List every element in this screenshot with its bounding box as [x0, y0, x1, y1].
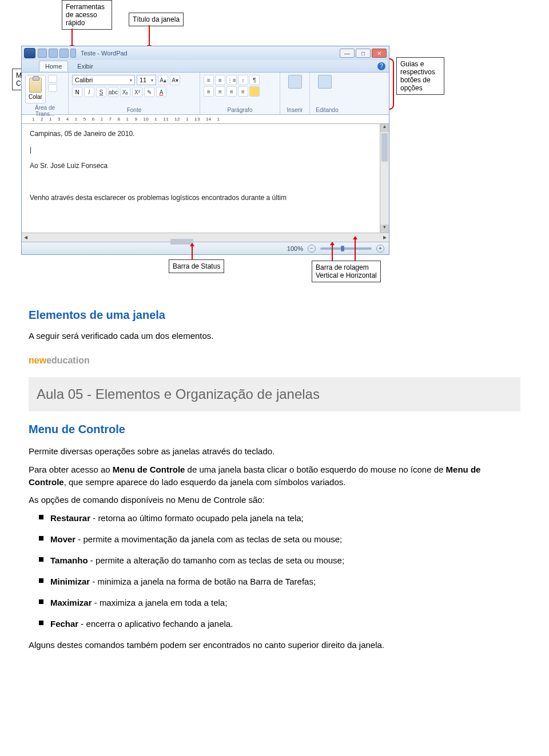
font-name-select[interactable]: Calibri — [72, 75, 135, 85]
undo-icon[interactable] — [49, 49, 58, 58]
paragraph: Permite diversas operações sobre as jane… — [29, 445, 520, 458]
zoom-out-button[interactable]: − — [308, 245, 316, 253]
font-size-select[interactable]: 11 — [137, 75, 156, 85]
group-label: Inserir — [284, 107, 306, 113]
paragraph: Alguns destes comandos também podem ser … — [29, 639, 520, 651]
vertical-scrollbar[interactable]: ▲ ▼ — [380, 124, 389, 233]
copy-icon[interactable] — [48, 84, 57, 92]
ruler: 12134156178191011112113141 — [22, 115, 389, 124]
group-editing: Editando — [310, 73, 344, 114]
scroll-up-icon[interactable]: ▲ — [380, 124, 389, 132]
scroll-thumb[interactable] — [381, 133, 388, 162]
ribbon-tabs: Home Exibir ? — [22, 60, 389, 73]
callout-status-bar: Barra de Status — [169, 259, 224, 273]
list-item: Restaurar - retorna ao último formato oc… — [39, 512, 520, 524]
scroll-right-icon[interactable]: ▶ — [381, 235, 389, 240]
options-list: Restaurar - retorna ao último formato oc… — [39, 512, 520, 630]
document-page[interactable]: Campinas, 05 de Janeiro de 2010. | Ao Sr… — [22, 124, 380, 233]
minimize-button[interactable]: — — [340, 49, 355, 58]
list-icon[interactable]: ⋮≡ — [226, 75, 237, 85]
save-icon[interactable] — [38, 49, 47, 58]
superscript-button[interactable]: X² — [132, 87, 142, 97]
document-area: Campinas, 05 de Janeiro de 2010. | Ao Sr… — [22, 124, 389, 233]
list-item: Fechar - encerra o aplicativo fechando a… — [39, 618, 520, 630]
zoom-in-button[interactable]: + — [376, 245, 384, 253]
paragraph: Para obter acesso ao Menu de Controle de… — [29, 463, 520, 489]
doc-cursor: | — [30, 146, 372, 154]
underline-button[interactable]: S — [96, 87, 106, 97]
indent-inc-icon[interactable]: ≡ — [215, 75, 225, 85]
callout-tabs-buttons: Guias e respectivos botões de opções — [396, 57, 444, 95]
clipboard-icon — [29, 78, 42, 93]
scroll-left-icon[interactable]: ◀ — [22, 235, 30, 240]
group-label: Fonte — [72, 107, 196, 113]
group-paragraph: ≡ ≡ ⋮≡ ↕ ¶ ≡ ≡ ≡ ≡ Parágrafo — [200, 73, 280, 114]
callout-scroll-bars: Barra de rolagem Vertical e Horizontal — [312, 261, 381, 282]
cut-icon[interactable] — [48, 75, 57, 83]
zoom-slider[interactable] — [320, 247, 372, 250]
paste-label: Colar — [29, 94, 42, 100]
subheading: Menu de Controle — [29, 423, 520, 436]
window-controls: — □ ✕ — [340, 49, 387, 58]
picture-icon — [288, 75, 302, 89]
paragraph: As opções de comando disponíveis no Menu… — [29, 494, 520, 506]
insert-button[interactable] — [284, 75, 307, 90]
scroll-down-icon[interactable]: ▼ — [380, 225, 389, 233]
zoom-value: 100% — [287, 245, 303, 252]
fill-color-icon[interactable] — [249, 86, 260, 97]
doc-line: Venho através desta esclarecer os proble… — [30, 194, 372, 202]
lesson-banner: Aula 05 - Elementos e Organização de jan… — [29, 377, 520, 411]
doc-line: Ao Sr. José Luiz Fonseca — [30, 162, 372, 170]
list-item: Maximizar - maximiza a janela em toda a … — [39, 597, 520, 609]
title-bar: Teste - WordPad — □ ✕ — [22, 46, 389, 60]
intro-text: A seguir será verificado cada um dos ele… — [29, 331, 520, 341]
group-clipboard: Colar Área de Trans... — [22, 73, 69, 114]
paste-button[interactable]: Colar — [25, 75, 46, 103]
arrow — [71, 29, 73, 46]
group-label: Área de Trans... — [25, 105, 65, 117]
group-font: Calibri 11 A▴ A▾ N I S abc X₂ X² ✎ A — [69, 73, 200, 114]
strike-button[interactable]: abc — [108, 87, 118, 97]
align-center-icon[interactable]: ≡ — [215, 86, 225, 97]
italic-button[interactable]: I — [84, 87, 94, 97]
doc-line: Campinas, 05 de Janeiro de 2010. — [30, 130, 372, 138]
maximize-button[interactable]: □ — [356, 49, 371, 58]
arrow — [192, 246, 193, 259]
window-title: Teste - WordPad — [81, 50, 128, 57]
align-justify-icon[interactable]: ≡ — [238, 86, 248, 97]
qat-dropdown-icon[interactable] — [70, 49, 76, 58]
line-spacing-icon[interactable]: ↕ — [238, 75, 248, 85]
group-label: Parágrafo — [204, 107, 276, 113]
grow-font-icon[interactable]: A▴ — [158, 75, 168, 85]
font-color-button[interactable]: A — [156, 87, 166, 97]
list-item: Minimizar - minimiza a janela na forma d… — [39, 575, 520, 587]
group-insert: Inserir — [280, 73, 310, 114]
tab-home[interactable]: Home — [39, 61, 68, 71]
group-label: Editando — [313, 107, 341, 113]
quick-access-toolbar — [38, 49, 76, 58]
align-right-icon[interactable]: ≡ — [226, 86, 237, 97]
arrow — [149, 25, 150, 46]
indent-dec-icon[interactable]: ≡ — [204, 75, 214, 85]
close-button[interactable]: ✕ — [372, 49, 387, 58]
subscript-button[interactable]: X₂ — [120, 87, 130, 97]
document-body: Elementos de uma janela A seguir será ve… — [0, 309, 549, 680]
app-menu-button[interactable] — [24, 48, 35, 58]
bold-button[interactable]: N — [72, 87, 82, 97]
redo-icon[interactable] — [59, 49, 69, 58]
wordpad-window: Teste - WordPad — □ ✕ Home Exibir ? Cola… — [21, 46, 389, 255]
shrink-font-icon[interactable]: A▾ — [170, 75, 180, 85]
horizontal-scrollbar[interactable]: ◀ ▶ — [22, 233, 389, 242]
find-button[interactable] — [313, 75, 336, 90]
binoculars-icon — [318, 75, 332, 89]
annotated-screenshot: Ferramentas de acesso rápido Título da j… — [9, 0, 549, 297]
help-icon[interactable]: ? — [377, 62, 385, 70]
arrow — [355, 239, 356, 261]
highlight-button[interactable]: ✎ — [144, 87, 154, 97]
para-icon[interactable]: ¶ — [249, 75, 260, 85]
align-left-icon[interactable]: ≡ — [204, 86, 214, 97]
tab-view[interactable]: Exibir — [71, 61, 99, 71]
callout-title-bar: Título da janela — [129, 13, 184, 26]
list-item: Tamanho - permite a alteração do tamanho… — [39, 554, 520, 566]
callout-quick-access: Ferramentas de acesso rápido — [62, 0, 112, 30]
